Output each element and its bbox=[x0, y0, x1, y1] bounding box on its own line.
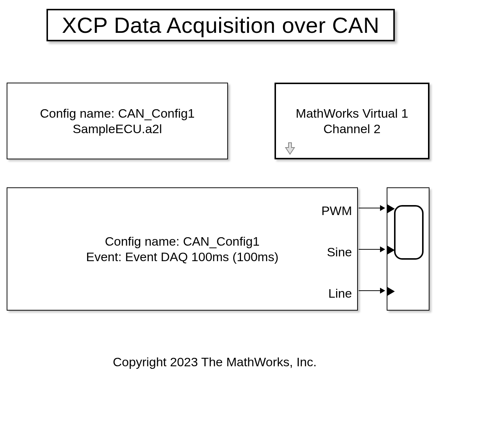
scope-input-port-3 bbox=[387, 287, 395, 296]
daq-config-name-label: Config name: CAN_Config1 bbox=[105, 233, 260, 249]
output-port-pwm-label: PWM bbox=[321, 204, 352, 218]
scope-screen-icon bbox=[394, 205, 424, 260]
output-port-sine-label: Sine bbox=[327, 245, 352, 259]
daq-event-label: Event: Event DAQ 100ms (100ms) bbox=[86, 249, 279, 265]
signal-line-sine bbox=[359, 249, 381, 250]
title-annotation-block[interactable]: XCP Data Acquisition over CAN bbox=[46, 9, 395, 41]
signal-line-pwm bbox=[359, 208, 381, 208]
copyright-annotation: Copyright 2023 The MathWorks, Inc. bbox=[0, 355, 429, 369]
xcp-can-transport-block[interactable]: MathWorks Virtual 1 Channel 2 bbox=[275, 83, 429, 159]
simulink-model-canvas: XCP Data Acquisition over CAN Config nam… bbox=[0, 0, 504, 443]
xcp-configuration-block[interactable]: Config name: CAN_Config1 SampleECU.a2l bbox=[7, 83, 228, 159]
signal-arrowhead-pwm bbox=[380, 205, 385, 211]
scope-input-port-2 bbox=[387, 245, 395, 255]
title-text: XCP Data Acquisition over CAN bbox=[62, 13, 379, 38]
xcp-data-acquisition-block[interactable]: Config name: CAN_Config1 Event: Event DA… bbox=[7, 187, 358, 311]
daq-center-text: Config name: CAN_Config1 Event: Event DA… bbox=[7, 188, 357, 310]
a2l-file-label: SampleECU.a2l bbox=[73, 121, 162, 137]
download-arrow-icon bbox=[285, 142, 295, 155]
signal-line-line bbox=[359, 290, 381, 291]
config-name-label: Config name: CAN_Config1 bbox=[40, 105, 195, 121]
signal-arrowhead-sine bbox=[380, 246, 385, 252]
scope-block[interactable] bbox=[387, 187, 429, 311]
channel-label: Channel 2 bbox=[323, 121, 380, 137]
signal-arrowhead-line bbox=[380, 288, 385, 294]
vendor-device-label: MathWorks Virtual 1 bbox=[296, 105, 408, 121]
scope-input-port-1 bbox=[387, 204, 395, 214]
output-port-line-label: Line bbox=[328, 286, 352, 301]
